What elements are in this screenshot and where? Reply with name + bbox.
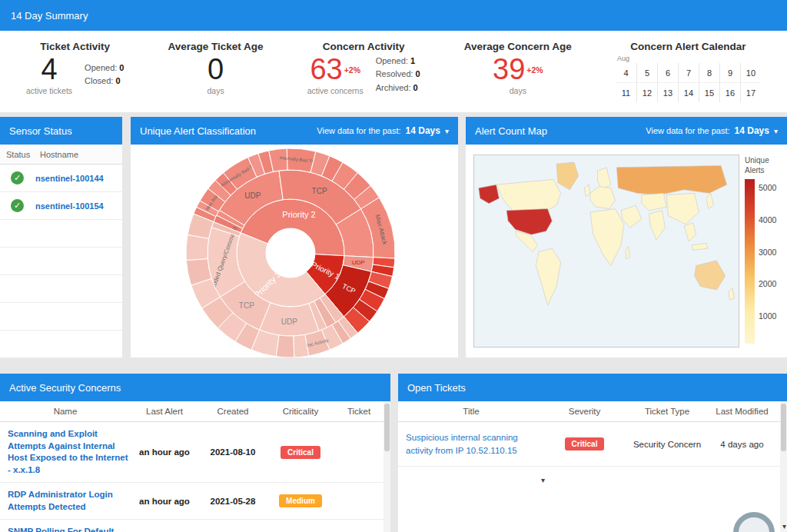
summary-strip: Ticket Activity 4 active tickets Opened:…	[0, 31, 787, 112]
column-header-title: Title	[398, 407, 544, 416]
calendar-day[interactable]: 10	[740, 63, 761, 82]
svg-text:UDP: UDP	[281, 318, 297, 326]
column-header-ticket: Ticket	[334, 407, 384, 416]
concern-delta: +2%	[344, 65, 360, 75]
check-icon: ✓	[11, 199, 24, 212]
stat-caption: active tickets	[26, 86, 72, 95]
calendar-day[interactable]: 14	[678, 82, 699, 102]
concern-age-delta: +2%	[526, 65, 543, 75]
scale-tick: 1000	[759, 311, 776, 321]
sunburst-chart[interactable]: Priority 2Priority 1Priority 3UDPTCPUDPT…	[133, 145, 456, 357]
stat-caption: days	[493, 86, 543, 95]
scrollbar-thumb[interactable]	[781, 404, 786, 451]
active-security-concerns-header: Active Security Concerns	[0, 374, 390, 401]
created-cell: 2021-05-28	[198, 497, 267, 506]
alert-count-map-header: Alert Count Map View data for the past: …	[466, 117, 787, 145]
calendar-day[interactable]: 8	[699, 63, 719, 82]
concern-activity-stat: Concern Activity 63 +2% active concerns …	[307, 31, 420, 112]
calendar-day[interactable]: 13	[657, 82, 678, 102]
color-scale-ticks: 5000 4000 3000 2000 1000	[755, 179, 776, 344]
stat-title: Ticket Activity	[40, 41, 110, 52]
sensor-row[interactable]: ✓ nsentinel-100154	[0, 192, 122, 220]
empty-row	[0, 303, 122, 331]
concern-mini-stats: Opened:1 Resolved:0 Archived:0	[376, 55, 420, 94]
panel-title: Alert Count Map	[475, 125, 547, 137]
color-scale-bar	[745, 179, 755, 344]
map-body: Unique Alerts 5000 4000 3000 2000 1000	[466, 145, 787, 357]
column-header-criticality: Criticality	[267, 407, 334, 416]
scale-tick: 4000	[759, 215, 776, 224]
criticality-badge: Critical	[281, 446, 320, 459]
calendar-day[interactable]: 7	[678, 63, 699, 82]
alert-classification-header: Unique Alert Classification View data fo…	[131, 117, 458, 145]
calendar-day[interactable]: 9	[719, 63, 740, 82]
sensor-table-header: Status Hostname	[0, 145, 122, 165]
calendar-day[interactable]: 17	[740, 82, 761, 102]
concern-name-link[interactable]: SNMP Polling For Default Community Strin…	[0, 526, 131, 532]
open-tickets-header: Open Tickets	[398, 374, 787, 401]
summary-header-bar: 14 Day Summary	[0, 0, 787, 31]
ticket-age: 0	[208, 54, 224, 85]
empty-row	[0, 220, 122, 248]
calendar-day[interactable]: 16	[719, 82, 740, 102]
concern-name-link[interactable]: RDP Administrator Login Attempts Detecte…	[0, 489, 131, 513]
calendar-day[interactable]: 11	[616, 82, 636, 102]
legend-title: Unique Alerts	[745, 156, 775, 175]
calendar-day[interactable]: 5	[636, 63, 657, 82]
alert-classification-panel: Unique Alert Classification View data fo…	[131, 117, 458, 357]
ticket-type-cell: Security Concern	[625, 440, 709, 449]
last-alert-cell: an hour ago	[131, 447, 198, 457]
concern-name-link[interactable]: Scanning and Exploit Attempts Against In…	[0, 428, 131, 476]
sensor-row[interactable]: ✓ nsentinel-100144	[0, 165, 122, 192]
tickets-scrollbar[interactable]: ▾	[780, 401, 787, 532]
scrollbar-thumb[interactable]	[384, 404, 390, 451]
last-modified-cell: 4 days ago	[709, 440, 775, 449]
page-title: 14 Day Summary	[11, 10, 88, 22]
table-row[interactable]: RDP Administrator Login Attempts Detecte…	[0, 483, 390, 520]
average-concern-age-stat: Average Concern Age 39 +2% days	[464, 31, 572, 112]
tickets-table-header: Title Severity Ticket Type Last Modified	[398, 401, 787, 422]
map-region	[616, 165, 726, 195]
average-ticket-age-stat: Average Ticket Age 0 days	[168, 31, 264, 112]
empty-row	[0, 248, 122, 275]
scale-tick: 2000	[759, 279, 776, 288]
ticket-activity-stat: Ticket Activity 4 active tickets Opened:…	[26, 31, 124, 112]
column-header-last-alert: Last Alert	[131, 407, 198, 416]
calendar-month-label: Aug	[617, 55, 761, 63]
column-header-created: Created	[198, 407, 267, 416]
column-header-name: Name	[0, 407, 131, 416]
calendar-day[interactable]: 6	[657, 63, 678, 82]
time-range-filter[interactable]: View data for the past: 14 Days ▾	[646, 125, 778, 136]
svg-text:TCP: TCP	[239, 301, 254, 310]
sensor-hostname-link[interactable]: nsentinel-100144	[35, 174, 104, 183]
world-map[interactable]	[474, 155, 739, 347]
panel-title: Open Tickets	[407, 382, 466, 394]
concern-count: 63	[310, 54, 342, 85]
column-header-last-modified: Last Modified	[709, 407, 775, 416]
stat-title: Concern Activity	[323, 41, 405, 52]
column-header-hostname: Hostname	[40, 150, 78, 159]
calendar-day[interactable]: 4	[616, 63, 636, 82]
stat-title: Concern Alert Calendar	[630, 41, 745, 52]
scroll-down-caret[interactable]: ▾	[541, 476, 545, 484]
empty-row	[0, 331, 122, 358]
time-range-filter[interactable]: View data for the past: 14 Days ▾	[317, 125, 449, 136]
created-cell: 2021-08-10	[198, 447, 267, 457]
concerns-scrollbar[interactable]	[384, 401, 390, 532]
calendar-day[interactable]: 15	[699, 82, 719, 102]
sensor-hostname-link[interactable]: nsentinel-100154	[35, 201, 104, 211]
stat-title: Average Concern Age	[464, 41, 572, 52]
last-alert-cell: an hour ago	[131, 497, 198, 506]
sensor-status-panel: Sensor Status Status Hostname ✓ nsentine…	[0, 117, 122, 357]
concern-age: 39	[493, 54, 525, 85]
sunburst-container: Priority 2Priority 1Priority 3UDPTCPUDPT…	[131, 145, 458, 357]
column-header-severity: Severity	[544, 407, 625, 416]
calendar-day[interactable]: 12	[636, 82, 657, 102]
empty-row	[0, 275, 122, 303]
ticket-title-link[interactable]: Suspicious internal scanning activity fr…	[398, 431, 544, 457]
map-legend: Unique Alerts 5000 4000 3000 2000 1000	[739, 155, 785, 347]
table-row[interactable]: Scanning and Exploit Attempts Against In…	[0, 422, 390, 483]
table-row[interactable]: SNMP Polling For Default Community Strin…	[0, 520, 390, 532]
scroll-down-icon[interactable]: ▾	[782, 522, 786, 530]
table-row[interactable]: Suspicious internal scanning activity fr…	[398, 422, 787, 467]
